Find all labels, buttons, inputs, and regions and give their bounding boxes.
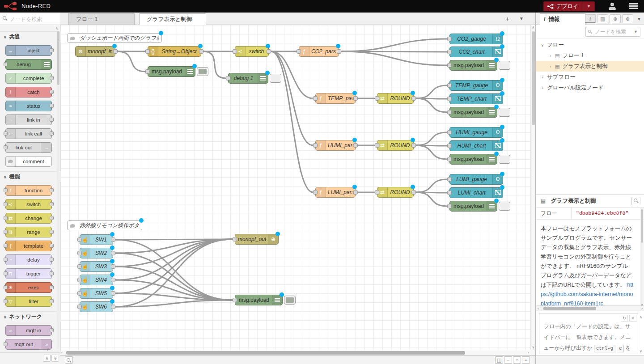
input-port[interactable] [297, 49, 301, 54]
palette-expand-all-button[interactable]: ≫ [51, 355, 59, 362]
debug-toggle-button[interactable] [499, 108, 510, 117]
input-port[interactable] [447, 83, 452, 88]
debug-toggle-button[interactable] [270, 74, 281, 83]
tree-item-フロー-1[interactable]: ›▤フロー 1 [536, 50, 644, 61]
flow-node-temp-gauge[interactable]: ΩTEMP_gauge [449, 80, 503, 91]
search-options-caret[interactable]: ▼ [634, 30, 638, 34]
flow-node-sw1[interactable]: ☝SW1 [80, 234, 113, 245]
navigator-button[interactable]: ◫ [495, 356, 503, 364]
chevron-down-icon[interactable]: ∨ [540, 40, 545, 51]
input-port[interactable] [77, 264, 82, 269]
output-port[interactable] [411, 143, 416, 148]
flow-canvas[interactable]: ダッシュボード画面でのグラフ表示⊕monopf_in{}String→Objec… [60, 25, 530, 350]
output-port[interactable] [267, 49, 271, 54]
flow-node-temp-chart[interactable]: TEMP_chart [449, 93, 503, 104]
flow-node-round-humi[interactable]: ⇄ROUND [377, 140, 414, 151]
scroll-down-icon[interactable]: ∨ [531, 345, 535, 349]
flow-node-string-to-object[interactable]: {}String→Object [148, 46, 201, 57]
input-port[interactable] [233, 49, 237, 54]
flow-node-co2-chart[interactable]: CO2_chart [449, 47, 503, 57]
input-port[interactable] [447, 110, 452, 114]
palette-node-mqtt-in[interactable]: »mqtt in [5, 325, 52, 336]
chevron-right-icon[interactable]: › [548, 51, 553, 61]
flow-node-debug-msg-payload-humi[interactable]: msg.payload [449, 154, 497, 165]
input-port[interactable] [447, 204, 452, 208]
input-port[interactable] [447, 157, 452, 161]
output-port[interactable] [199, 49, 203, 54]
canvas-vertical-scrollbar[interactable]: ∧ ∨ [530, 25, 535, 350]
flow-node-debug-msg-payload-bottom[interactable]: msg.payload [235, 295, 283, 305]
palette-node-change[interactable]: ⇄change [5, 213, 52, 224]
zoom-out-button[interactable]: − [504, 356, 512, 364]
palette-node-comment[interactable]: comment [5, 156, 52, 167]
sidebar-config-button[interactable]: ⊛ [622, 14, 633, 23]
flow-node-humi-parse[interactable]: ƒHUMI_parse [315, 140, 356, 151]
input-port[interactable] [447, 190, 452, 195]
debug-toggle-button[interactable] [499, 61, 510, 70]
palette-node-debug[interactable]: debug [5, 59, 52, 70]
palette-node-template[interactable]: {template [5, 241, 52, 251]
palette-node-filter[interactable]: ▽filter [5, 296, 52, 307]
output-port[interactable] [111, 291, 115, 296]
input-port[interactable] [313, 143, 318, 148]
comment-node-comment-dashboard[interactable]: ダッシュボード画面でのグラフ表示 [67, 33, 162, 43]
output-port[interactable] [353, 143, 358, 148]
sidebar-menu-caret[interactable]: ▼ [637, 17, 641, 21]
main-menu-icon[interactable] [629, 3, 638, 9]
input-port[interactable] [145, 69, 150, 74]
flow-node-monopf-in[interactable]: ⊕monopf_in [75, 46, 115, 57]
flow-node-lumi-parse[interactable]: ƒLUMI_parse [315, 187, 356, 198]
flow-node-round-temp[interactable]: ⇄ROUND [377, 93, 414, 104]
tree-item-グラフ表示と制御[interactable]: ›▤グラフ表示と制御 [536, 61, 644, 72]
output-port[interactable] [111, 305, 115, 309]
palette-node-range[interactable]: ⇅range [5, 227, 52, 237]
flow-node-debug-msg-payload-co2[interactable]: msg.payload [449, 60, 497, 71]
output-port[interactable] [113, 49, 118, 54]
input-port[interactable] [77, 291, 82, 296]
output-port[interactable] [353, 96, 358, 101]
input-port[interactable] [375, 143, 379, 148]
flow-node-debug-msg-payload-lumi[interactable]: msg.payload [449, 201, 497, 212]
tree-item-フロー[interactable]: ∨フロー [536, 39, 644, 50]
chevron-right-icon[interactable]: › [540, 83, 545, 93]
input-port[interactable] [77, 251, 82, 255]
tab-flow-1[interactable]: フロー 1 [68, 13, 135, 25]
flow-node-switch[interactable]: ≺switch [235, 46, 269, 57]
palette-node-complete[interactable]: ✓complete [5, 73, 52, 84]
output-port[interactable] [111, 264, 115, 269]
flow-node-co2-parse[interactable]: ƒCO2_parse [299, 46, 339, 57]
tab-graph-control[interactable]: グラフ表示と制御 [139, 13, 206, 25]
canvas-search-button[interactable] [65, 356, 73, 364]
palette-node-trigger[interactable]: ⊓trigger [5, 268, 52, 279]
palette-node-exec[interactable]: ✳exec [5, 282, 52, 293]
add-flow-button[interactable]: + [503, 15, 512, 23]
palette-node-link-in[interactable]: →link in [5, 114, 52, 125]
input-port[interactable] [447, 177, 452, 182]
palette-node-catch[interactable]: !catch [5, 87, 52, 97]
input-port[interactable] [233, 298, 237, 302]
palette-node-delay[interactable]: ◔delay [5, 254, 52, 265]
flow-node-lumi-chart[interactable]: LUMI_chart [449, 187, 503, 198]
tips-close-button[interactable]: × [629, 315, 636, 322]
info-horizontal-scrollbar[interactable]: ‹ › [536, 305, 644, 311]
tree-item-サブフロー[interactable]: ›サブフロー [536, 72, 644, 82]
flow-node-sw5[interactable]: ☝SW5 [80, 288, 113, 299]
sidebar-info-button[interactable]: i [585, 14, 596, 23]
flow-node-humi-chart[interactable]: HUMI_chart [449, 140, 503, 151]
output-port[interactable] [111, 278, 115, 282]
output-port[interactable] [337, 49, 341, 54]
deploy-button[interactable]: デプロイ ▼ [543, 1, 595, 11]
input-port[interactable] [77, 278, 82, 282]
palette-collapse-all-button[interactable]: ≪ [43, 355, 51, 362]
input-port[interactable] [447, 50, 452, 54]
debug-toggle-button[interactable] [499, 155, 510, 164]
tab-info[interactable]: i情報 [540, 13, 585, 25]
output-port[interactable] [411, 96, 416, 101]
scroll-left-icon[interactable]: ‹ [61, 351, 63, 355]
palette-node-switch[interactable]: ≺switch [5, 199, 52, 210]
palette-scroll-down-icon[interactable]: ∨ [46, 347, 49, 351]
deploy-options-caret[interactable]: ▼ [583, 2, 594, 11]
input-port[interactable] [313, 96, 318, 101]
sidebar-debug-button[interactable]: ⊚ [610, 14, 621, 23]
zoom-in-button[interactable]: + [522, 356, 530, 364]
